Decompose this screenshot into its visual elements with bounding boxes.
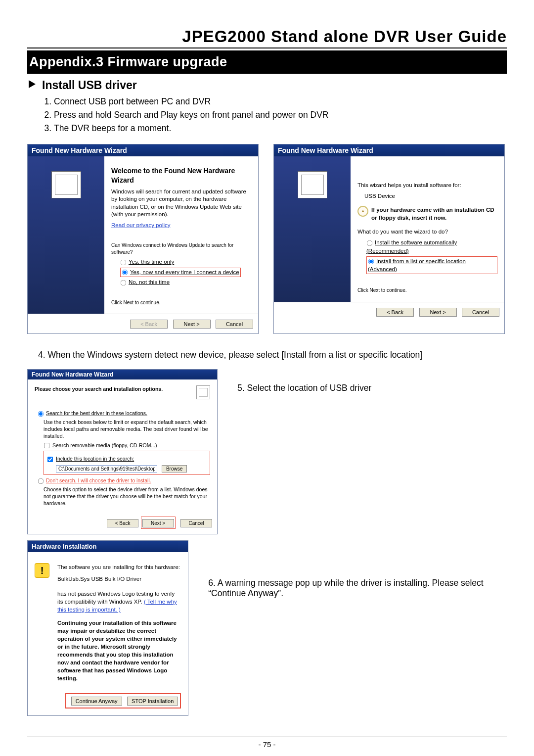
search-desc: Use the check boxes below to limit or ex… bbox=[44, 419, 210, 440]
step-1: Connect USB port between PC and DVR bbox=[54, 95, 507, 108]
next-button[interactable]: Next > bbox=[173, 320, 211, 329]
radio-advanced[interactable] bbox=[368, 259, 374, 265]
next-button[interactable]: Next > bbox=[142, 519, 174, 527]
cd-icon: • bbox=[357, 206, 368, 217]
radio-auto-label: Install the software automatically (Reco… bbox=[366, 239, 457, 253]
wizard-intro: This wizard helps you install software f… bbox=[357, 181, 497, 189]
hardware-small-icon bbox=[196, 385, 210, 399]
chk-removable-label: Search removable media (floppy, CD-ROM..… bbox=[52, 442, 157, 448]
cancel-button[interactable]: Cancel bbox=[462, 308, 499, 317]
step-4: 4. When the Windows system detect new de… bbox=[38, 350, 507, 360]
dialog-title: Hardware Installation bbox=[28, 541, 188, 552]
dialog-sidebar bbox=[28, 156, 104, 314]
stop-installation-button[interactable]: STOP Installation bbox=[127, 697, 178, 706]
radio-no-label: No, not this time bbox=[129, 279, 170, 285]
cd-note: If your hardware came with an installati… bbox=[371, 206, 497, 222]
next-button[interactable]: Next > bbox=[419, 308, 457, 317]
step-6: 6. A warning message pop up while the dr… bbox=[208, 534, 507, 599]
wizard-dialog-2: Found New Hardware Wizard This wizard he… bbox=[273, 144, 505, 334]
section-title: Install USB driver bbox=[42, 79, 137, 92]
back-button[interactable]: < Back bbox=[376, 308, 414, 317]
radio-yes-always[interactable] bbox=[122, 270, 128, 276]
wizard-intro: Windows will search for current and upda… bbox=[111, 188, 251, 219]
cancel-button[interactable]: Cancel bbox=[216, 320, 253, 329]
appendix-heading: Appendix.3 Firmware upgrade bbox=[27, 50, 507, 74]
privacy-link[interactable]: Read our privacy policy bbox=[111, 222, 171, 228]
radio-search[interactable] bbox=[38, 411, 44, 417]
dialog-title: Found New Hardware Wizard bbox=[28, 144, 258, 156]
browse-button[interactable]: Browse bbox=[162, 465, 187, 472]
radio-search-label: Search for the best driver in these loca… bbox=[46, 410, 147, 416]
cancel-button[interactable]: Cancel bbox=[180, 519, 212, 527]
page-number: - 75 - bbox=[27, 737, 507, 749]
driver-name: BulkUsb.Sys USB Bulk I/O Driver bbox=[57, 575, 181, 583]
wizard-dialog-1: Found New Hardware Wizard Welcome to the… bbox=[27, 144, 259, 334]
continue-text: Click Next to continue. bbox=[111, 299, 251, 306]
dialog-subtitle: Please choose your search and installati… bbox=[35, 385, 210, 392]
step-5: 5. Select the location of USB driver bbox=[237, 369, 371, 393]
chk-include-location[interactable] bbox=[47, 457, 53, 462]
chevron-right-icon bbox=[27, 79, 37, 92]
instruction-list: Connect USB port between PC and DVR Pres… bbox=[54, 95, 507, 135]
hardware-installation-dialog: Hardware Installation ! The software you… bbox=[27, 540, 188, 716]
radio-dont-search-label: Don't search. I will choose the driver t… bbox=[46, 477, 151, 483]
wizard-question: Can Windows connect to Windows Update to… bbox=[111, 242, 251, 255]
warn-line1: The software you are installing for this… bbox=[57, 563, 181, 571]
radio-yes-always-label: Yes, now and every time I connect a devi… bbox=[130, 269, 239, 275]
radio-yes-once-label: Yes, this time only bbox=[129, 259, 174, 265]
step-3: The DVR beeps for a moment. bbox=[54, 122, 507, 135]
continue-anyway-button[interactable]: Continue Anyway bbox=[71, 697, 122, 706]
dialog-title: Found New Hardware Wizard bbox=[28, 370, 217, 379]
hardware-icon bbox=[298, 171, 327, 198]
back-button[interactable]: < Back bbox=[107, 519, 138, 527]
document-title: JPEG2000 Stand alone DVR User Guide bbox=[27, 27, 507, 48]
radio-yes-once[interactable] bbox=[121, 259, 127, 265]
chk-include-location-label: Include this location in the search: bbox=[56, 456, 134, 462]
svg-marker-0 bbox=[29, 80, 36, 88]
wizard-heading: Welcome to the Found New Hardware Wizard bbox=[111, 166, 251, 185]
radio-dont-search[interactable] bbox=[38, 478, 44, 484]
wizard-question: What do you want the wizard to do? bbox=[357, 228, 497, 236]
step-2: Press and hold Search and Play keys on f… bbox=[54, 108, 507, 122]
hardware-icon bbox=[51, 171, 81, 198]
continue-text: Click Next to continue. bbox=[357, 287, 497, 294]
location-box: Include this location in the search: Bro… bbox=[44, 451, 210, 474]
dont-search-desc: Choose this option to select the device … bbox=[44, 486, 210, 507]
warning-icon: ! bbox=[35, 563, 49, 578]
radio-no[interactable] bbox=[121, 280, 127, 286]
back-button[interactable]: < Back bbox=[130, 320, 168, 329]
dialog-sidebar bbox=[274, 156, 351, 302]
radio-advanced-label: Install from a list or specific location… bbox=[368, 258, 466, 272]
dialog-title: Found New Hardware Wizard bbox=[274, 144, 504, 156]
chk-removable[interactable] bbox=[44, 443, 49, 448]
warning-paragraph: Continuing your installation of this sof… bbox=[57, 619, 181, 683]
section-heading: Install USB driver bbox=[27, 79, 507, 92]
path-input[interactable] bbox=[56, 465, 157, 472]
device-name: USB Device bbox=[364, 192, 497, 200]
wizard-dialog-3: Found New Hardware Wizard Please choose … bbox=[27, 369, 218, 534]
radio-auto[interactable] bbox=[367, 240, 373, 246]
